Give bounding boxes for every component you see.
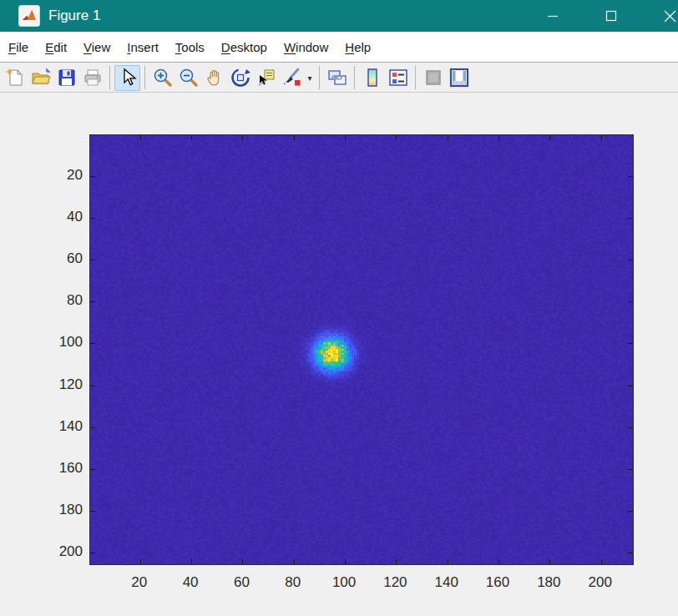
insert-colorbar-button[interactable] (359, 65, 385, 91)
y-tick-label: 80 (36, 292, 83, 309)
axis-tick-mark (345, 559, 346, 564)
axis-tick-mark (549, 559, 550, 564)
insert-legend-icon (387, 67, 409, 88)
y-tick-label: 20 (36, 167, 83, 184)
axis-tick-mark (628, 553, 633, 553)
link-plot-icon (326, 67, 348, 88)
y-tick-label: 200 (36, 543, 83, 560)
x-tick-label: 140 (428, 574, 465, 591)
axis-tick-mark (628, 260, 633, 260)
x-tick-label: 80 (275, 574, 311, 591)
axis-tick-mark (628, 386, 633, 386)
figure-canvas-area: 2040608010012014016018020020406080100120… (0, 93, 678, 616)
save-figure-button[interactable] (53, 65, 79, 91)
link-plot-button[interactable] (324, 65, 350, 91)
axis-tick-mark (90, 218, 95, 219)
edit-plot-pointer-button[interactable] (114, 65, 140, 91)
matlab-figure-window: Figure 1 FileEditViewInsertToolsDesktopW… (0, 0, 678, 616)
axis-tick-mark (601, 135, 602, 140)
zoom-in-icon (152, 67, 174, 88)
axis-tick-mark (498, 135, 499, 140)
menu-tools[interactable]: Tools (167, 32, 213, 63)
axis-tick-mark (90, 260, 95, 260)
axis-tick-mark (448, 559, 448, 564)
axis-tick-mark (498, 559, 499, 564)
axis-tick-mark (90, 176, 95, 177)
toolbar-separator (144, 66, 145, 89)
axis-tick-mark (628, 218, 633, 219)
axis-tick-mark (396, 135, 397, 140)
data-cursor-button[interactable] (253, 65, 279, 91)
axis-tick-mark (90, 553, 95, 553)
x-tick-label: 160 (479, 574, 516, 591)
rotate-3d-button[interactable] (227, 65, 253, 91)
zoom-in-button[interactable] (149, 65, 175, 91)
axis-tick-mark (242, 135, 243, 140)
open-file-icon (30, 67, 52, 88)
axis-tick-mark (90, 427, 95, 428)
show-plot-tools-dock-icon (448, 67, 470, 88)
open-file-button[interactable] (28, 65, 53, 91)
axis-tick-mark (90, 469, 95, 470)
zoom-out-button[interactable] (175, 65, 201, 91)
minimize-button[interactable] (534, 0, 571, 32)
axis-tick-mark (191, 135, 192, 140)
new-figure-button[interactable] (2, 65, 28, 91)
brush-dropdown-button[interactable]: ▾ (305, 65, 315, 91)
hide-plot-tools-button[interactable] (420, 65, 446, 91)
y-tick-label: 40 (36, 209, 83, 225)
menu-window[interactable]: Window (276, 32, 336, 63)
axis-tick-mark (90, 301, 95, 302)
print-figure-icon (82, 67, 104, 88)
brush-data-button[interactable] (279, 65, 305, 91)
y-tick-label: 60 (36, 250, 83, 267)
insert-colorbar-icon (362, 67, 383, 88)
axis-tick-mark (191, 559, 192, 564)
axis-tick-mark (90, 386, 95, 386)
axis-tick-mark (294, 559, 295, 564)
brush-data-icon (281, 67, 303, 88)
toolbar-separator (354, 66, 355, 89)
menu-file[interactable]: File (0, 32, 37, 63)
axis-tick-mark (628, 511, 633, 512)
print-figure-button[interactable] (79, 65, 105, 91)
zoom-out-icon (178, 67, 200, 88)
window-titlebar: Figure 1 (0, 0, 678, 32)
maximize-button[interactable] (593, 0, 630, 32)
data-cursor-icon (256, 67, 277, 88)
toolbar: ▾ (0, 63, 678, 93)
insert-legend-button[interactable] (385, 65, 411, 91)
axis-tick-mark (628, 427, 633, 428)
axis-tick-mark (396, 559, 397, 564)
pan-hand-button[interactable] (201, 65, 227, 91)
y-tick-label: 100 (36, 334, 83, 351)
menu-desktop[interactable]: Desktop (213, 32, 276, 63)
hide-plot-tools-icon (422, 67, 444, 88)
axis-tick-mark (242, 559, 243, 564)
menu-insert[interactable]: Insert (119, 32, 167, 63)
close-button[interactable] (651, 0, 678, 32)
x-tick-label: 60 (223, 574, 260, 591)
x-tick-label: 20 (121, 574, 158, 591)
y-tick-label: 160 (36, 460, 83, 477)
axis-tick-mark (294, 135, 295, 140)
menu-view[interactable]: View (75, 32, 119, 63)
y-tick-label: 180 (36, 502, 83, 518)
menu-bar: FileEditViewInsertToolsDesktopWindowHelp (0, 32, 678, 63)
x-tick-label: 200 (582, 574, 619, 591)
axis-tick-mark (628, 301, 633, 302)
x-tick-label: 120 (377, 574, 413, 591)
menu-help[interactable]: Help (336, 32, 379, 63)
axis-tick-mark (140, 559, 141, 564)
show-plot-tools-dock-button[interactable] (446, 65, 472, 91)
matlab-logo-icon[interactable] (18, 5, 40, 27)
axis-tick-mark (628, 176, 633, 177)
toolbar-separator (319, 66, 320, 89)
new-figure-icon (4, 67, 26, 88)
save-figure-icon (56, 67, 78, 88)
axis-tick-mark (90, 343, 95, 344)
menu-edit[interactable]: Edit (37, 32, 75, 63)
axis-tick-mark (448, 135, 448, 140)
toolbar-separator (109, 66, 110, 89)
heatmap-image[interactable] (90, 135, 633, 564)
